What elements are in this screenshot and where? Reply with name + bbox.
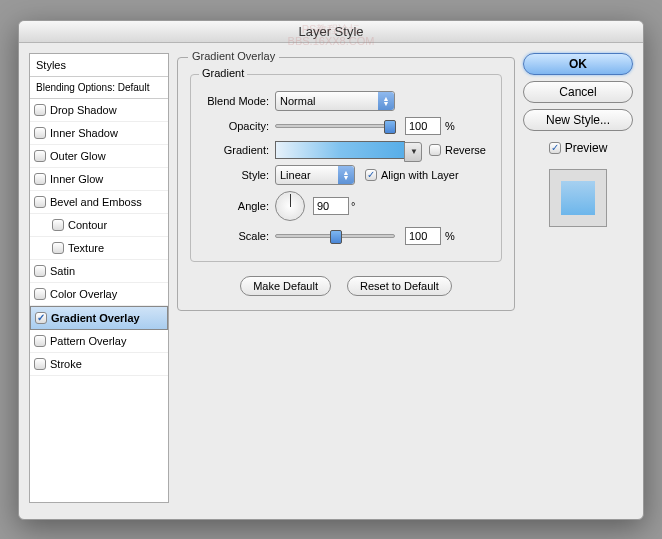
opacity-input[interactable]: [405, 117, 441, 135]
scale-unit: %: [445, 230, 455, 242]
style-item-label: Drop Shadow: [50, 104, 117, 116]
gradient-label: Gradient:: [201, 144, 275, 156]
angle-input[interactable]: [313, 197, 349, 215]
right-panel: OK Cancel New Style... Preview: [523, 53, 633, 503]
reverse-checkbox[interactable]: [429, 144, 441, 156]
style-item-gradient-overlay[interactable]: Gradient Overlay: [30, 306, 168, 330]
ok-button[interactable]: OK: [523, 53, 633, 75]
style-item-drop-shadow[interactable]: Drop Shadow: [30, 99, 168, 122]
scale-slider[interactable]: [275, 234, 395, 238]
gradient-overlay-section: Gradient Overlay Gradient Blend Mode: No…: [177, 57, 515, 311]
section-legend: Gradient Overlay: [188, 50, 279, 62]
reset-default-button[interactable]: Reset to Default: [347, 276, 452, 296]
angle-label: Angle:: [201, 200, 275, 212]
preview-box: [549, 169, 607, 227]
preview-checkbox[interactable]: [549, 142, 561, 154]
style-checkbox[interactable]: [34, 173, 46, 185]
blend-mode-label: Blend Mode:: [201, 95, 275, 107]
style-item-satin[interactable]: Satin: [30, 260, 168, 283]
new-style-button[interactable]: New Style...: [523, 109, 633, 131]
style-checkbox[interactable]: [34, 288, 46, 300]
angle-dial[interactable]: [275, 191, 305, 221]
dialog-title: Layer Style: [19, 21, 643, 43]
gradient-fieldset: Gradient Blend Mode: Normal ▲▼ Opacity:: [190, 74, 502, 262]
style-checkbox[interactable]: [52, 242, 64, 254]
scale-thumb[interactable]: [330, 230, 342, 244]
style-item-label: Inner Glow: [50, 173, 103, 185]
style-item-label: Contour: [68, 219, 107, 231]
preview-label: Preview: [565, 141, 608, 155]
preview-swatch: [561, 181, 595, 215]
style-select[interactable]: Linear ▲▼: [275, 165, 355, 185]
blending-options[interactable]: Blending Options: Default: [30, 77, 168, 99]
style-checkbox[interactable]: [34, 104, 46, 116]
styles-list: Styles Blending Options: Default Drop Sh…: [29, 53, 169, 503]
blend-mode-select[interactable]: Normal ▲▼: [275, 91, 395, 111]
style-item-label: Pattern Overlay: [50, 335, 126, 347]
style-checkbox[interactable]: [34, 150, 46, 162]
style-item-label: Color Overlay: [50, 288, 117, 300]
scale-label: Scale:: [201, 230, 275, 242]
select-arrows-icon: ▲▼: [378, 92, 394, 110]
style-checkbox[interactable]: [34, 127, 46, 139]
style-checkbox[interactable]: [34, 335, 46, 347]
style-item-label: Texture: [68, 242, 104, 254]
style-label: Style:: [201, 169, 275, 181]
select-arrows-icon: ▲▼: [338, 166, 354, 184]
cancel-button[interactable]: Cancel: [523, 81, 633, 103]
make-default-button[interactable]: Make Default: [240, 276, 331, 296]
chevron-down-icon[interactable]: ▼: [410, 147, 418, 156]
opacity-label: Opacity:: [201, 120, 275, 132]
style-checkbox[interactable]: [34, 358, 46, 370]
style-checkbox[interactable]: [34, 265, 46, 277]
angle-unit: °: [351, 200, 355, 212]
opacity-unit: %: [445, 120, 455, 132]
style-item-label: Inner Shadow: [50, 127, 118, 139]
style-item-bevel-and-emboss[interactable]: Bevel and Emboss: [30, 191, 168, 214]
style-item-inner-glow[interactable]: Inner Glow: [30, 168, 168, 191]
style-item-label: Outer Glow: [50, 150, 106, 162]
style-item-label: Bevel and Emboss: [50, 196, 142, 208]
style-item-texture[interactable]: Texture: [30, 237, 168, 260]
style-item-label: Stroke: [50, 358, 82, 370]
gradient-swatch[interactable]: ▼: [275, 141, 405, 159]
styles-header[interactable]: Styles: [30, 54, 168, 77]
style-item-outer-glow[interactable]: Outer Glow: [30, 145, 168, 168]
style-checkbox[interactable]: [34, 196, 46, 208]
opacity-thumb[interactable]: [384, 120, 396, 134]
reverse-label: Reverse: [445, 144, 486, 156]
style-item-label: Satin: [50, 265, 75, 277]
opacity-slider[interactable]: [275, 124, 395, 128]
main-panel: Gradient Overlay Gradient Blend Mode: No…: [177, 53, 515, 503]
scale-input[interactable]: [405, 227, 441, 245]
style-item-color-overlay[interactable]: Color Overlay: [30, 283, 168, 306]
layer-style-dialog: PS教程论坛 BBS.16XX8.COM Layer Style Styles …: [18, 20, 644, 520]
style-item-stroke[interactable]: Stroke: [30, 353, 168, 376]
gradient-legend: Gradient: [199, 67, 247, 79]
style-item-pattern-overlay[interactable]: Pattern Overlay: [30, 330, 168, 353]
align-checkbox[interactable]: [365, 169, 377, 181]
style-item-inner-shadow[interactable]: Inner Shadow: [30, 122, 168, 145]
style-item-contour[interactable]: Contour: [30, 214, 168, 237]
style-item-label: Gradient Overlay: [51, 312, 140, 324]
style-checkbox[interactable]: [52, 219, 64, 231]
style-checkbox[interactable]: [35, 312, 47, 324]
align-label: Align with Layer: [381, 169, 459, 181]
